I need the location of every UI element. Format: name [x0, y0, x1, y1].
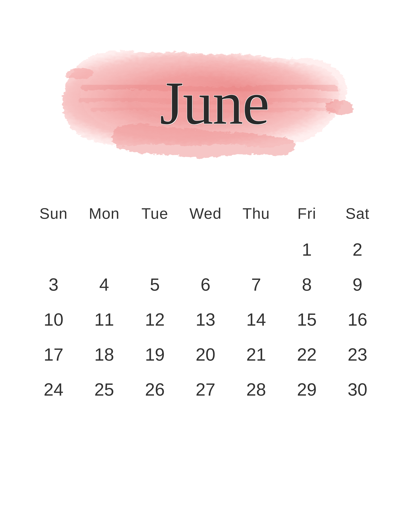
day-cell-16: 16 [332, 302, 383, 337]
day-cell-empty [180, 232, 231, 267]
day-cell-11: 11 [79, 302, 130, 337]
calendar-section: Sun Mon Tue Wed Thu Fri Sat 1 2 3 4 5 6 … [28, 200, 383, 532]
day-header-wed: Wed [180, 200, 231, 232]
day-cell-1: 1 [281, 232, 332, 267]
month-title: June [160, 68, 269, 138]
day-cell-23: 23 [332, 337, 383, 372]
day-cell-8: 8 [281, 267, 332, 302]
day-cell-24: 24 [28, 372, 79, 407]
day-cell-26: 26 [130, 372, 180, 407]
day-cell-7: 7 [231, 267, 281, 302]
day-header-sun: Sun [28, 200, 79, 232]
day-header-sat: Sat [332, 200, 383, 232]
day-cell-21: 21 [231, 337, 281, 372]
day-cell-12: 12 [130, 302, 180, 337]
day-cell-30: 30 [332, 372, 383, 407]
day-cell-9: 9 [332, 267, 383, 302]
day-cell-22: 22 [281, 337, 332, 372]
day-header-mon: Mon [79, 200, 130, 232]
day-cell-18: 18 [79, 337, 130, 372]
day-cell-19: 19 [130, 337, 180, 372]
day-cell-17: 17 [28, 337, 79, 372]
day-cell-28: 28 [231, 372, 281, 407]
day-cell-2: 2 [332, 232, 383, 267]
day-cell-5: 5 [130, 267, 180, 302]
day-header-tue: Tue [130, 200, 180, 232]
day-cell-14: 14 [231, 302, 281, 337]
day-cell-29: 29 [281, 372, 332, 407]
day-header-fri: Fri [281, 200, 332, 232]
day-cell-empty [79, 232, 130, 267]
day-cell-empty [231, 232, 281, 267]
day-header-thu: Thu [231, 200, 281, 232]
day-cell-4: 4 [79, 267, 130, 302]
day-cell-15: 15 [281, 302, 332, 337]
day-cell-20: 20 [180, 337, 231, 372]
calendar-grid: Sun Mon Tue Wed Thu Fri Sat 1 2 3 4 5 6 … [28, 200, 383, 407]
day-cell-6: 6 [180, 267, 231, 302]
day-cell-empty [130, 232, 180, 267]
day-cell-27: 27 [180, 372, 231, 407]
header-section: June [0, 13, 411, 190]
day-cell-10: 10 [28, 302, 79, 337]
day-cell-3: 3 [28, 267, 79, 302]
day-cell-empty [28, 232, 79, 267]
day-cell-25: 25 [79, 372, 130, 407]
day-cell-13: 13 [180, 302, 231, 337]
